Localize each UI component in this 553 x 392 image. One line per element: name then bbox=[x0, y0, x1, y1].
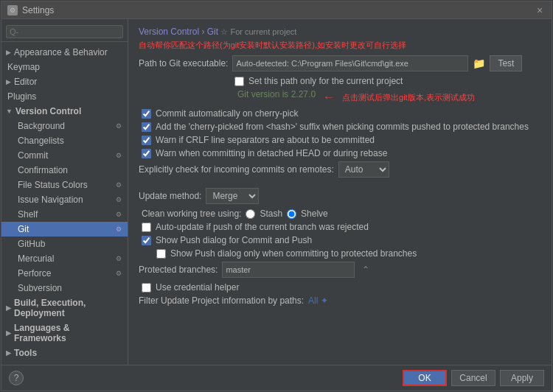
sidebar-item-keymap[interactable]: Keymap bbox=[1, 60, 128, 74]
help-button[interactable]: ? bbox=[9, 371, 24, 385]
crlf-warn-label: Warn if CRLF line separators are about t… bbox=[156, 135, 375, 145]
clean-tree-label: Clean working tree using: bbox=[142, 209, 241, 219]
settings-icon: ⚙ bbox=[7, 5, 18, 15]
main-content: Version Control › Git ☆ For current proj… bbox=[128, 19, 552, 365]
sidebar-item-appearance[interactable]: Appearance & Behavior bbox=[1, 45, 128, 60]
sidebar-item-changelists[interactable]: Changelists bbox=[1, 133, 128, 148]
close-button[interactable]: × bbox=[534, 4, 546, 16]
sidebar-item-editor[interactable]: Editor bbox=[1, 74, 128, 89]
show-push-checkbox[interactable] bbox=[142, 236, 151, 245]
detached-head-checkbox[interactable] bbox=[142, 149, 151, 158]
protected-branches-expand-icon[interactable]: ⌃ bbox=[362, 265, 369, 275]
sidebar-item-subversion[interactable]: Subversion bbox=[1, 281, 128, 295]
sidebar-label-git: Git bbox=[18, 224, 29, 234]
arrow-right-icon bbox=[6, 349, 11, 357]
incoming-commits-select[interactable]: Auto Always Never bbox=[338, 161, 389, 178]
sidebar-label-vc: Version Control bbox=[15, 106, 81, 116]
cherry-picked-suffix-checkbox[interactable] bbox=[142, 122, 151, 132]
detached-head-label: Warn when committing in detached HEAD or… bbox=[156, 148, 387, 158]
badge: ⚙ bbox=[116, 255, 122, 262]
sidebar-label-file-status: File Status Colors bbox=[18, 180, 88, 190]
sidebar-item-perforce[interactable]: Perforce ⚙ bbox=[1, 266, 128, 281]
stash-radio[interactable] bbox=[246, 209, 255, 219]
path-label: Path to Git executable: bbox=[139, 58, 228, 69]
crlf-warn-checkbox[interactable] bbox=[142, 136, 151, 145]
cancel-button[interactable]: Cancel bbox=[451, 370, 495, 386]
sidebar-item-file-status[interactable]: File Status Colors ⚙ bbox=[1, 178, 128, 192]
filter-update-label: Filter Update Project information by pat… bbox=[139, 295, 304, 306]
sidebar-label-bg: Background bbox=[18, 121, 65, 131]
incoming-commits-row: Explicitly check for incoming commits on… bbox=[139, 161, 541, 178]
cherry-pick-row: Commit automatically on cherry-pick bbox=[139, 108, 541, 119]
filter-update-row: Filter Update Project information by pat… bbox=[139, 295, 541, 306]
arrow-annotation: ← bbox=[323, 91, 335, 104]
test-button[interactable]: Test bbox=[490, 55, 522, 71]
arrow-down-icon bbox=[6, 108, 13, 115]
browse-icon[interactable]: 📁 bbox=[473, 57, 485, 69]
sidebar-item-git[interactable]: Git ⚙ bbox=[1, 222, 128, 237]
sidebar-item-build[interactable]: Build, Execution, Deployment bbox=[1, 295, 128, 321]
arrow-icon bbox=[6, 49, 11, 56]
sidebar-item-version-control[interactable]: Version Control bbox=[1, 104, 128, 119]
search-box bbox=[1, 22, 128, 42]
stash-label: Stash bbox=[260, 209, 282, 219]
sidebar-label-editor: Editor bbox=[14, 77, 37, 87]
sidebar-label-build: Build, Execution, Deployment bbox=[14, 298, 123, 318]
sidebar-item-plugins[interactable]: Plugins bbox=[1, 89, 128, 104]
cherry-pick-label: Commit automatically on cherry-pick bbox=[156, 108, 298, 119]
bottom-buttons: OK Cancel Apply bbox=[403, 370, 544, 386]
sidebar-label-commit: Commit bbox=[18, 150, 48, 161]
sidebar-item-mercurial[interactable]: Mercurial ⚙ bbox=[1, 251, 128, 266]
git-version-row: Git version is 2.27.0 ← 点击测试后弹出git版本,表示测… bbox=[139, 89, 541, 105]
annotation-top: 自动帮你匹配这个路径(为git安装时默认安装路径),如安装时更改可自行选择 bbox=[139, 40, 541, 51]
annotation-version: 点击测试后弹出git版本,表示测试成功 bbox=[342, 92, 475, 103]
page-header: Version Control › Git ☆ For current proj… bbox=[139, 27, 541, 37]
breadcrumb: Version Control › Git ☆ For current proj… bbox=[139, 27, 296, 37]
apply-button[interactable]: Apply bbox=[500, 370, 544, 386]
set-path-checkbox[interactable] bbox=[234, 77, 244, 86]
set-path-label: Set this path only for the current proje… bbox=[248, 76, 403, 86]
sidebar-item-github[interactable]: GitHub bbox=[1, 237, 128, 251]
auto-update-checkbox[interactable] bbox=[142, 223, 151, 232]
ok-button[interactable]: OK bbox=[403, 370, 447, 386]
sidebar-label-keymap: Keymap bbox=[7, 62, 40, 72]
arrow-right-icon bbox=[6, 304, 11, 312]
crlf-warn-row: Warn if CRLF line separators are about t… bbox=[139, 135, 541, 145]
sidebar-label-issue-nav: Issue Navigation bbox=[18, 195, 83, 205]
sidebar-item-shelf[interactable]: Shelf ⚙ bbox=[1, 207, 128, 222]
path-input[interactable] bbox=[232, 55, 468, 71]
filter-update-value[interactable]: All ✦ bbox=[308, 295, 328, 306]
sidebar-label-mercurial: Mercurial bbox=[18, 253, 54, 264]
arrow-right-icon bbox=[6, 329, 11, 337]
sidebar-label-plugins: Plugins bbox=[7, 91, 36, 102]
credential-helper-checkbox[interactable] bbox=[142, 283, 151, 293]
show-push-protected-label: Show Push dialog only when committing to… bbox=[170, 248, 417, 259]
sidebar-item-confirmation[interactable]: Confirmation bbox=[1, 163, 128, 178]
sidebar-label-appearance: Appearance & Behavior bbox=[14, 47, 108, 57]
sidebar-item-languages[interactable]: Languages & Frameworks bbox=[1, 321, 128, 346]
update-method-label: Update method: bbox=[139, 191, 201, 201]
protected-branches-row: Protected branches: ⌃ bbox=[139, 262, 541, 278]
credential-helper-row: Use credential helper bbox=[139, 282, 541, 293]
protected-branches-input[interactable] bbox=[222, 262, 355, 278]
sidebar-item-background[interactable]: Background ⚙ bbox=[1, 119, 128, 133]
search-input[interactable] bbox=[6, 25, 123, 38]
badge: ⚙ bbox=[116, 181, 122, 189]
show-push-protected-checkbox[interactable] bbox=[156, 249, 166, 259]
update-method-select[interactable]: Merge Rebase bbox=[206, 188, 259, 204]
title-bar: ⚙ Settings × bbox=[1, 1, 552, 19]
git-version-text: Git version is 2.27.0 bbox=[237, 89, 316, 99]
cherry-picked-suffix-label: Add the 'cherry-picked from <hash>' suff… bbox=[156, 122, 529, 132]
sidebar-label-confirmation: Confirmation bbox=[18, 165, 68, 175]
detached-head-row: Warn when committing in detached HEAD or… bbox=[139, 148, 541, 158]
sidebar-item-commit[interactable]: Commit ⚙ bbox=[1, 148, 128, 163]
badge: ⚙ bbox=[116, 152, 122, 159]
sidebar-item-issue-nav[interactable]: Issue Navigation ⚙ bbox=[1, 192, 128, 207]
shelve-radio[interactable] bbox=[287, 209, 296, 219]
show-push-row: Show Push dialog for Commit and Push bbox=[139, 235, 541, 245]
cherry-pick-checkbox[interactable] bbox=[142, 109, 151, 119]
sidebar-label-github: GitHub bbox=[18, 239, 45, 249]
protected-branches-label: Protected branches: bbox=[139, 265, 218, 275]
bottom-bar: ? OK Cancel Apply bbox=[1, 365, 552, 391]
sidebar-item-tools[interactable]: Tools bbox=[1, 346, 128, 360]
